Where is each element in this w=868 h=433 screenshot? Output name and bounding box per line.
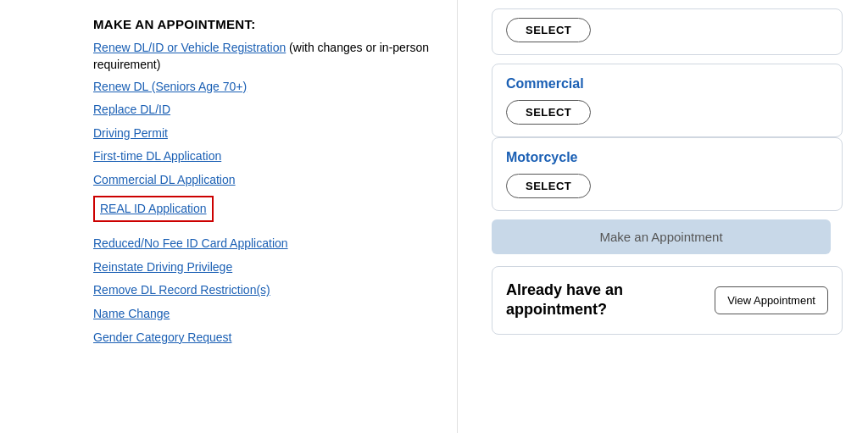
card-motorcycle: MotorcycleSELECT: [492, 137, 843, 211]
select-button-commercial[interactable]: SELECT: [506, 100, 591, 125]
nav-link-item-renew-dl-id: Renew DL/ID or Vehicle Registration (wit…: [93, 40, 431, 72]
nav-link-first-time-dl[interactable]: First-time DL Application: [93, 149, 221, 163]
card-title-commercial: Commercial: [506, 76, 828, 92]
nav-link-item-gender-category: Gender Category Request: [93, 330, 431, 347]
top-select-card: SELECT: [492, 8, 843, 55]
already-have-card: Already have an appointment? View Appoin…: [492, 266, 843, 335]
nav-link-driving-permit[interactable]: Driving Permit: [93, 126, 168, 140]
nav-link-commercial-dl[interactable]: Commercial DL Application: [93, 173, 236, 186]
nav-link-renew-dl-seniors[interactable]: Renew DL (Seniors Age 70+): [93, 80, 247, 93]
nav-link-item-remove-restriction: Remove DL Record Restriction(s): [93, 282, 431, 299]
right-panel: SELECT CommercialSELECTMotorcycleSELECT …: [458, 0, 868, 433]
left-panel: MAKE AN APPOINTMENT: Renew DL/ID or Vehi…: [0, 0, 458, 433]
nav-links-container: Renew DL/ID or Vehicle Registration (wit…: [93, 40, 431, 346]
nav-link-item-reinstate: Reinstate Driving Privilege: [93, 259, 431, 276]
card-commercial: CommercialSELECT: [492, 64, 843, 137]
nav-link-item-commercial-dl: Commercial DL Application: [93, 172, 431, 189]
nav-link-renew-dl-id[interactable]: Renew DL/ID or Vehicle Registration: [93, 41, 286, 54]
nav-link-item-driving-permit: Driving Permit: [93, 125, 431, 142]
nav-link-reinstate[interactable]: Reinstate Driving Privilege: [93, 260, 232, 274]
nav-link-item-replace-dl-id: Replace DL/ID: [93, 102, 431, 119]
select-button-motorcycle[interactable]: SELECT: [506, 174, 591, 198]
section-title: MAKE AN APPOINTMENT:: [93, 17, 431, 31]
already-have-line1: Already have an: [506, 280, 623, 300]
view-appointment-button[interactable]: View Appointment: [715, 286, 828, 314]
nav-link-reduced-fee[interactable]: Reduced/No Fee ID Card Application: [93, 236, 288, 250]
nav-link-remove-restriction[interactable]: Remove DL Record Restriction(s): [93, 283, 270, 297]
already-have-title: Already have an appointment?: [506, 280, 623, 320]
nav-link-item-reduced-fee: Reduced/No Fee ID Card Application: [93, 236, 431, 253]
cards-container: CommercialSELECTMotorcycleSELECT: [492, 64, 843, 211]
nav-link-item-real-id: REAL ID Application: [93, 196, 431, 230]
nav-link-item-renew-dl-seniors: Renew DL (Seniors Age 70+): [93, 79, 431, 96]
nav-link-name-change[interactable]: Name Change: [93, 307, 170, 320]
card-title-motorcycle: Motorcycle: [506, 150, 828, 165]
nav-link-replace-dl-id[interactable]: Replace DL/ID: [93, 103, 170, 116]
nav-link-real-id[interactable]: REAL ID Application: [93, 196, 214, 223]
nav-link-item-name-change: Name Change: [93, 306, 431, 323]
nav-link-gender-category[interactable]: Gender Category Request: [93, 330, 231, 344]
already-have-line2: appointment?: [506, 300, 623, 319]
top-select-button[interactable]: SELECT: [506, 18, 591, 42]
make-appointment-button[interactable]: Make an Appointment: [492, 219, 831, 254]
nav-link-item-first-time-dl: First-time DL Application: [93, 148, 431, 165]
